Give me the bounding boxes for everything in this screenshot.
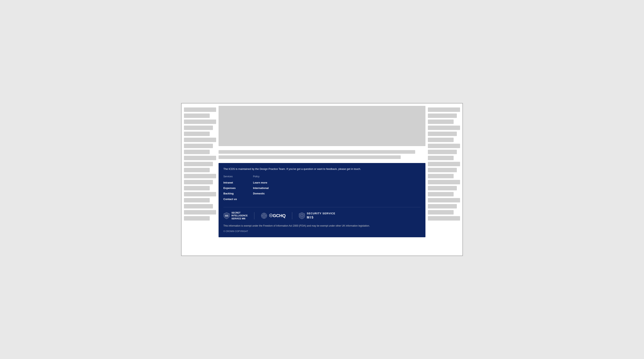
footer: The ICDS is maintained by the Design Pra… bbox=[218, 163, 426, 237]
skeleton-bar bbox=[428, 168, 457, 172]
skeleton-bar bbox=[184, 216, 210, 220]
footer-link-international[interactable]: International bbox=[253, 186, 269, 190]
footer-link-expenses[interactable]: Expenses bbox=[224, 186, 237, 190]
browser-frame: The ICDS is maintained by the Design Pra… bbox=[181, 103, 463, 256]
skeleton-bar bbox=[428, 114, 457, 118]
footer-link-domestic[interactable]: Domestic bbox=[253, 191, 269, 196]
skeleton-bar bbox=[184, 198, 210, 202]
skeleton-bar bbox=[184, 138, 216, 142]
gchq-icon bbox=[261, 212, 267, 219]
skeleton-bar bbox=[428, 210, 454, 214]
footer-link-intranet[interactable]: Intranet bbox=[224, 180, 237, 185]
skeleton-bar bbox=[218, 155, 401, 159]
skeleton-bar bbox=[184, 132, 210, 136]
skeleton-bar bbox=[428, 180, 460, 184]
mi5-icon bbox=[299, 212, 305, 219]
skeleton-bar bbox=[428, 198, 460, 202]
skeleton-bar bbox=[184, 204, 213, 208]
skeleton-bar bbox=[428, 216, 460, 220]
skeleton-bar bbox=[184, 168, 210, 172]
footer-link-learn-more[interactable]: Learn more bbox=[253, 180, 269, 185]
footer-separator bbox=[224, 207, 420, 207]
footer-logos: SIS SECRET INTELLIGENCE SERVICE MI6 bbox=[224, 210, 420, 220]
svg-text:SIS: SIS bbox=[225, 215, 228, 217]
footer-column-services: Services Intranet Expenses Backlog Conta… bbox=[224, 175, 237, 202]
skeleton-bar bbox=[184, 114, 210, 118]
skeleton-bar bbox=[184, 108, 216, 112]
skeleton-bar bbox=[428, 144, 460, 148]
skeleton-bar bbox=[428, 192, 454, 196]
skeleton-bar bbox=[428, 186, 457, 190]
footer-link-backlog[interactable]: Backlog bbox=[224, 191, 237, 196]
footer-intro: The ICDS is maintained by the Design Pra… bbox=[224, 167, 420, 171]
skeleton-bar bbox=[184, 162, 213, 166]
footer-nav: Services Intranet Expenses Backlog Conta… bbox=[224, 175, 420, 202]
skeleton-bar bbox=[428, 150, 457, 154]
logo-divider-2 bbox=[292, 212, 292, 219]
gchq-text: ☉GCHQ bbox=[269, 213, 286, 218]
skeleton-bar bbox=[184, 186, 210, 190]
main-content: The ICDS is maintained by the Design Pra… bbox=[216, 106, 428, 253]
footer-copyright: © CROWN COPYRIGHT bbox=[224, 230, 420, 232]
skeleton-bar bbox=[184, 150, 210, 154]
skeleton-bar bbox=[184, 126, 213, 130]
skeleton-bar bbox=[184, 210, 216, 214]
footer-legal: This information is exempt under the Fre… bbox=[224, 224, 420, 228]
mi5-text: SECURITY SERVICE MI5 bbox=[307, 212, 335, 219]
skeleton-bar bbox=[428, 156, 454, 160]
skeleton-bar bbox=[184, 192, 216, 196]
footer-policy-label: Policy bbox=[253, 175, 269, 178]
skeleton-bar bbox=[184, 180, 213, 184]
footer-link-contact-us[interactable]: Contact us bbox=[224, 197, 237, 202]
logo-divider-1 bbox=[254, 212, 254, 219]
skeleton-bar bbox=[428, 120, 454, 124]
sis-shield-icon: SIS bbox=[224, 212, 230, 219]
skeleton-bar bbox=[428, 126, 460, 130]
footer-column-policy: Policy Learn more International Domestic bbox=[253, 175, 269, 202]
footer-services-label: Services bbox=[224, 175, 237, 178]
hero-image bbox=[218, 106, 426, 146]
skeleton-bar bbox=[184, 120, 216, 124]
skeleton-bar bbox=[428, 204, 457, 208]
skeleton-bar bbox=[184, 156, 216, 160]
skeleton-bar bbox=[218, 150, 415, 154]
sidebar-left bbox=[184, 106, 216, 253]
sis-logo: SIS SECRET INTELLIGENCE SERVICE MI6 bbox=[224, 211, 248, 220]
skeleton-bar bbox=[184, 144, 213, 148]
sis-text: SECRET INTELLIGENCE SERVICE MI6 bbox=[232, 211, 248, 220]
skeleton-bar bbox=[428, 174, 454, 178]
sidebar-right bbox=[428, 106, 460, 253]
content-skeletons bbox=[218, 150, 426, 159]
gchq-logo: ☉GCHQ bbox=[261, 212, 286, 219]
skeleton-bar bbox=[428, 162, 460, 166]
mi5-logo: SECURITY SERVICE MI5 bbox=[299, 212, 335, 219]
skeleton-bar bbox=[184, 174, 216, 178]
skeleton-bar bbox=[428, 132, 457, 136]
skeleton-bar bbox=[428, 138, 454, 142]
skeleton-bar bbox=[428, 108, 460, 112]
